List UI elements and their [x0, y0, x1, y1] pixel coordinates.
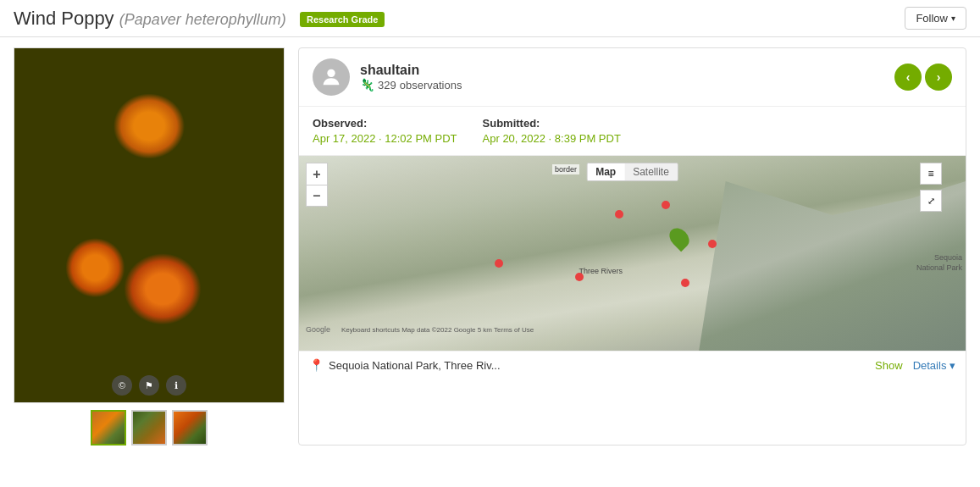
map-type-tabs: Map Satellite	[586, 163, 678, 181]
zoom-out-button[interactable]: –	[306, 185, 328, 207]
chevron-down-icon: ▾	[951, 14, 955, 23]
location-text: Sequoia National Park, Three Riv...	[329, 359, 872, 372]
map-layers-button[interactable]: ≡	[920, 163, 942, 185]
map-pin-1	[615, 210, 623, 219]
map-section: border SequoiaNational Park Three Rivers…	[299, 156, 966, 379]
map-tab-map[interactable]: Map	[587, 163, 624, 180]
svg-point-0	[327, 69, 335, 77]
user-avatar-icon	[319, 65, 343, 89]
nav-arrows: ‹ ›	[894, 64, 952, 91]
map-pin-5	[681, 279, 689, 287]
observed-date-group: Observed: Apr 17, 2022 · 12:02 PM PDT	[313, 117, 457, 145]
username[interactable]: shaultain	[360, 63, 894, 78]
cc-icon[interactable]: ©	[112, 375, 132, 396]
map-pin-4	[575, 273, 584, 281]
binoculars-icon: 🦎	[360, 78, 374, 91]
thumbnail-3[interactable]	[172, 410, 208, 445]
user-section: shaultain 🦎 329 observations ‹ ›	[299, 48, 966, 107]
dates-section: Observed: Apr 17, 2022 · 12:02 PM PDT Su…	[299, 107, 966, 156]
scientific-name: (Papaver heterophyllum)	[119, 11, 286, 28]
details-button[interactable]: Details ▾	[913, 359, 955, 372]
info-icon[interactable]: ℹ	[166, 375, 186, 396]
flag-icon[interactable]: ⚑	[139, 375, 159, 396]
map-container[interactable]: border SequoiaNational Park Three Rivers…	[299, 156, 966, 351]
common-name: Wind Poppy	[14, 8, 114, 29]
follow-button[interactable]: Follow ▾	[905, 7, 966, 30]
location-pin-icon: 📍	[309, 358, 324, 372]
prev-arrow[interactable]: ‹	[894, 64, 922, 91]
main-photo[interactable]: © ⚑ ℹ	[14, 47, 285, 403]
map-tab-satellite[interactable]: Satellite	[624, 163, 678, 180]
info-panel: shaultain 🦎 329 observations ‹ › Observe…	[298, 47, 966, 445]
border-label: border	[552, 164, 579, 174]
thumbnail-2[interactable]	[131, 410, 167, 445]
next-arrow[interactable]: ›	[925, 64, 952, 91]
show-link[interactable]: Show	[875, 359, 903, 372]
expand-icon: ⤢	[927, 196, 935, 207]
submitted-date-group: Submitted: Apr 20, 2022 · 8:39 PM PDT	[483, 117, 621, 145]
page-header: Wind Poppy (Papaver heterophyllum) Resea…	[0, 0, 980, 37]
zoom-in-button[interactable]: +	[306, 163, 328, 185]
map-expand-button[interactable]: ⤢	[920, 190, 942, 212]
photo-panel: © ⚑ ℹ	[14, 47, 285, 445]
main-content: © ⚑ ℹ	[0, 37, 980, 456]
user-info: shaultain 🦎 329 observations	[360, 63, 894, 91]
three-rivers-label: Three Rivers	[579, 267, 623, 275]
map-pin-2	[662, 201, 670, 209]
photo-overlay: © ⚑ ℹ	[112, 375, 186, 396]
observed-label: Observed:	[313, 117, 457, 130]
thumbnail-1[interactable]	[91, 410, 126, 445]
research-grade-badge: Research Grade	[300, 12, 385, 27]
layers-icon: ≡	[927, 168, 933, 180]
location-bar: 📍 Sequoia National Park, Three Riv... Sh…	[299, 351, 966, 379]
map-pin-6	[708, 240, 717, 248]
sequoia-label: SequoiaNational Park	[916, 253, 962, 273]
thumbnail-strip	[91, 410, 208, 445]
map-footer: Keyboard shortcuts Map data ©2022 Google…	[341, 326, 534, 334]
map-zoom-controls: + –	[306, 163, 328, 207]
map-pin-3	[495, 259, 503, 268]
google-logo: Google	[306, 325, 330, 334]
observed-value: Apr 17, 2022 · 12:02 PM PDT	[313, 132, 457, 145]
avatar	[313, 58, 350, 96]
page-title: Wind Poppy (Papaver heterophyllum) Resea…	[14, 8, 905, 30]
submitted-value: Apr 20, 2022 · 8:39 PM PDT	[483, 132, 621, 145]
observations-count: 🦎 329 observations	[360, 78, 894, 91]
submitted-label: Submitted:	[483, 117, 621, 130]
